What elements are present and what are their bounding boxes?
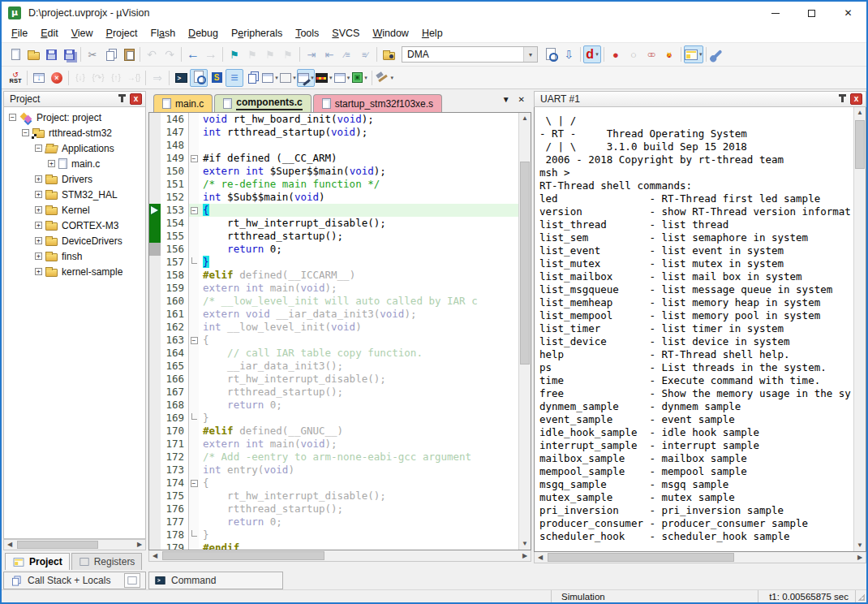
comment-button[interactable]: ∕≡ [338, 45, 356, 63]
menu-peripherals[interactable]: Peripherals [225, 25, 289, 41]
navigate-back-button[interactable]: ← [184, 45, 202, 63]
tab-list-dropdown-icon[interactable]: ▼ [502, 95, 510, 104]
bookmark-clear-button[interactable]: ⚑ [279, 45, 297, 63]
menu-window[interactable]: Window [366, 25, 415, 41]
breakpoint-toggle-button[interactable]: ● [607, 45, 625, 63]
expand-icon[interactable]: + [48, 160, 55, 167]
fold-column[interactable] [188, 528, 199, 541]
disassembly-window-button[interactable] [190, 69, 208, 87]
copy-button[interactable] [101, 45, 119, 63]
dropdown-arrow-icon[interactable]: ▾ [595, 51, 599, 58]
dropdown-arrow-icon[interactable]: ▾ [364, 75, 367, 81]
menu-project[interactable]: Project [100, 25, 144, 41]
fold-column[interactable]: − [188, 334, 199, 347]
menu-flash[interactable]: Flash [144, 25, 183, 41]
command-dock[interactable]: > Command [148, 572, 283, 589]
menu-help[interactable]: Help [415, 25, 449, 41]
code-editor[interactable]: 146void rt_hw_board_init(void);147int rt… [149, 113, 518, 550]
tab-project[interactable]: Project [5, 553, 70, 570]
fold-column[interactable]: − [188, 477, 199, 490]
step-out-button[interactable]: {↑} [107, 69, 125, 87]
uart-close-icon[interactable]: x [850, 93, 862, 105]
expand-icon[interactable]: + [35, 191, 42, 198]
menu-view[interactable]: View [65, 25, 100, 41]
scroll-left-icon[interactable]: ◀ [535, 553, 546, 563]
tree-item-drivers[interactable]: +Drivers [4, 171, 145, 187]
expand-icon[interactable]: + [35, 268, 42, 275]
pin-icon[interactable] [121, 96, 123, 102]
breakpoint-disable-button[interactable]: ○ [625, 45, 642, 63]
undo-button[interactable]: ↶ [143, 45, 161, 63]
serial-window-button[interactable]: ▾ [297, 69, 315, 87]
breakpoint-kill-all-button[interactable]: ●× [660, 45, 678, 63]
fold-column[interactable] [188, 412, 199, 425]
memory-grid-button[interactable] [124, 573, 140, 588]
expand-icon[interactable]: + [35, 237, 42, 244]
registers-window-button[interactable]: ≡ [226, 69, 243, 87]
project-close-icon[interactable]: x [130, 93, 142, 105]
redo-button[interactable]: ↷ [161, 45, 178, 63]
bookmark-prev-button[interactable]: ⚑ [243, 45, 261, 63]
collapse-icon[interactable]: − [22, 129, 29, 136]
expand-icon[interactable]: + [35, 206, 42, 214]
window-layout-button[interactable]: ▾ [684, 45, 703, 63]
fold-collapse-icon[interactable]: − [191, 155, 198, 162]
maximize-button[interactable] [793, 2, 830, 24]
step-into-button[interactable]: {↓} [71, 69, 89, 87]
collapse-icon[interactable]: − [9, 114, 16, 121]
dropdown-arrow-icon[interactable]: ▾ [293, 75, 296, 81]
fold-collapse-icon[interactable]: − [191, 337, 198, 344]
unindent-button[interactable]: ⇤ [320, 45, 338, 63]
menu-tools[interactable]: Tools [289, 25, 325, 41]
editor-tab-main-c[interactable]: main.c [153, 94, 213, 112]
call-stack-window-button[interactable] [243, 69, 261, 87]
bookmark-toggle-button[interactable]: ⚑ [226, 45, 243, 63]
watch-window-button[interactable]: ▾ [261, 69, 279, 87]
fold-collapse-icon[interactable]: − [191, 480, 198, 487]
dropdown-arrow-icon[interactable]: ▾ [347, 75, 350, 81]
tree-item-main-c[interactable]: +main.c [4, 156, 145, 171]
scroll-left-icon[interactable]: ◀ [149, 551, 161, 561]
expand-icon[interactable]: + [35, 222, 42, 229]
scroll-right-icon[interactable]: ▶ [134, 540, 145, 550]
project-hscrollbar[interactable]: ◀ ▶ [3, 539, 146, 550]
menu-file[interactable]: File [5, 25, 34, 41]
navigate-forward-button[interactable]: → [202, 45, 220, 63]
tree-item-cortex-m3[interactable]: +CORTEX-M3 [4, 218, 145, 233]
tab-close-icon[interactable]: ✕ [518, 95, 525, 104]
scroll-right-icon[interactable]: ▶ [519, 551, 531, 561]
collapse-icon[interactable]: − [35, 145, 42, 152]
expand-icon[interactable]: + [35, 175, 42, 183]
expand-icon[interactable]: + [35, 252, 42, 260]
dropdown-arrow-icon[interactable]: ▾ [275, 75, 278, 81]
scroll-up-icon[interactable]: ▲ [854, 107, 866, 119]
scroll-down-icon[interactable]: ▼ [519, 538, 531, 550]
editor-vscrollbar[interactable]: ▲ ▼ [518, 113, 531, 550]
menu-debug[interactable]: Debug [182, 25, 225, 41]
indent-button[interactable]: ⇥ [303, 45, 320, 63]
tree-item-project-project[interactable]: −Project: project [4, 110, 145, 125]
tree-item-rtthread-stm32[interactable]: −rtthread-stm32 [4, 125, 145, 140]
incremental-find-button[interactable]: ⇩ [560, 45, 578, 63]
minimize-button[interactable] [757, 2, 793, 24]
menu-edit[interactable]: Edit [34, 25, 65, 41]
dropdown-arrow-icon[interactable]: ▾ [311, 75, 314, 81]
system-viewer-button[interactable]: ▾ [351, 69, 369, 87]
search-combo-value[interactable]: DMA [402, 49, 523, 60]
find-in-files-button[interactable] [542, 45, 560, 63]
dropdown-arrow-icon[interactable]: ▾ [391, 75, 394, 81]
tab-registers[interactable]: Registers [71, 553, 143, 570]
breakpoint-disable-all-button[interactable]: ○○ [642, 45, 660, 63]
uart-hscrollbar[interactable]: ◀ ▶ [534, 552, 866, 563]
save-all-button[interactable] [60, 45, 78, 63]
tree-item-kernel-sample[interactable]: +kernel-sample [4, 264, 145, 279]
memory-window-button[interactable]: ▾ [279, 69, 297, 87]
tree-item-kernel[interactable]: +Kernel [4, 202, 145, 218]
command-window-button[interactable]: > [172, 69, 190, 87]
new-file-button[interactable] [6, 45, 24, 63]
editor-tab-startup-stm32f103xe-s[interactable]: startup_stm32f103xe.s [313, 94, 442, 112]
dropdown-arrow-icon[interactable]: ▾ [329, 75, 333, 81]
tree-item-applications[interactable]: −Applications [4, 140, 145, 156]
scroll-down-icon[interactable]: ▼ [854, 540, 866, 551]
scroll-right-icon[interactable]: ▶ [854, 553, 866, 563]
